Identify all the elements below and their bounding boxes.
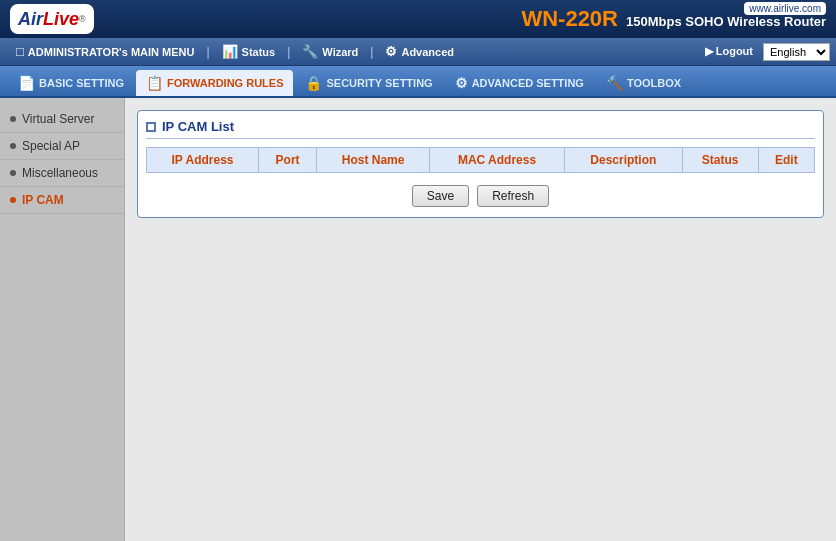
product-desc: 150Mbps SOHO Wireless Router	[626, 14, 826, 29]
col-port: Port	[259, 148, 317, 173]
logo-area: Air Live ®	[10, 4, 94, 34]
admin-icon: □	[16, 44, 24, 59]
lang-select-wrap: ▶ Logout English Chinese German French	[699, 43, 830, 61]
product-info: WN-220R 150Mbps SOHO Wireless Router	[521, 6, 826, 32]
col-mac-address: MAC Address	[430, 148, 565, 173]
advanced-icon: ⚙	[385, 44, 397, 59]
buttons-row: Save Refresh	[146, 181, 815, 209]
admin-menu-link[interactable]: □ ADMINISTRATOR's MAIN MENU	[6, 38, 204, 66]
wizard-icon: 🔧	[302, 44, 318, 59]
table-header-row: IP Address Port Host Name MAC Address De…	[147, 148, 815, 173]
tab-advanced[interactable]: ⚙ ADVANCED SETTING	[445, 70, 594, 96]
sidebar-bullet	[10, 170, 16, 176]
ipcam-title: IP CAM List	[146, 119, 815, 139]
status-link[interactable]: 📊 Status	[212, 38, 286, 66]
sidebar: Virtual Server Special AP Miscellaneous …	[0, 98, 125, 541]
sidebar-bullet-active	[10, 197, 16, 203]
col-host-name: Host Name	[317, 148, 430, 173]
col-ip-address: IP Address	[147, 148, 259, 173]
sidebar-item-ip-cam[interactable]: IP CAM	[0, 187, 124, 214]
logo-air-text: Air	[18, 9, 43, 30]
tab-security-icon: 🔒	[305, 75, 322, 91]
sidebar-bullet	[10, 116, 16, 122]
status-icon: 📊	[222, 44, 238, 59]
logo-box: Air Live ®	[10, 4, 94, 34]
header: Air Live ® www.airlive.com WN-220R 150Mb…	[0, 0, 836, 38]
col-description: Description	[565, 148, 683, 173]
tab-security[interactable]: 🔒 SECURITY SETTING	[295, 70, 442, 96]
language-select[interactable]: English Chinese German French	[763, 43, 830, 61]
refresh-button[interactable]: Refresh	[477, 185, 549, 207]
main-area: Virtual Server Special AP Miscellaneous …	[0, 98, 836, 541]
product-name: WN-220R	[521, 6, 618, 32]
tab-toolbox-icon: 🔨	[606, 75, 623, 91]
navbar: □ ADMINISTRATOR's MAIN MENU | 📊 Status |…	[0, 38, 836, 66]
tab-toolbox[interactable]: 🔨 TOOLBOX	[596, 70, 691, 96]
col-edit: Edit	[758, 148, 814, 173]
tab-basic[interactable]: 📄 BASIC SETTING	[8, 70, 134, 96]
sidebar-item-miscellaneous[interactable]: Miscellaneous	[0, 160, 124, 187]
wizard-link[interactable]: 🔧 Wizard	[292, 38, 368, 66]
sidebar-item-virtual-server[interactable]: Virtual Server	[0, 106, 124, 133]
tab-forwarding[interactable]: 📋 FORWARDING RULES	[136, 70, 294, 96]
tab-forwarding-icon: 📋	[146, 75, 163, 91]
col-status: Status	[682, 148, 758, 173]
ipcam-table: IP Address Port Host Name MAC Address De…	[146, 147, 815, 173]
ipcam-title-icon	[146, 122, 156, 132]
logo-tm: ®	[79, 14, 86, 24]
sidebar-bullet	[10, 143, 16, 149]
logout-button[interactable]: ▶ Logout	[699, 45, 759, 58]
ipcam-panel: IP CAM List IP Address Port Host Name MA…	[137, 110, 824, 218]
advanced-link[interactable]: ⚙ Advanced	[375, 38, 464, 66]
tabs-bar: 📄 BASIC SETTING 📋 FORWARDING RULES 🔒 SEC…	[0, 66, 836, 98]
logo-live-text: Live	[43, 9, 79, 30]
tab-basic-icon: 📄	[18, 75, 35, 91]
content-area: IP CAM List IP Address Port Host Name MA…	[125, 98, 836, 541]
tab-advanced-icon: ⚙	[455, 75, 468, 91]
sidebar-item-special-ap[interactable]: Special AP	[0, 133, 124, 160]
save-button[interactable]: Save	[412, 185, 469, 207]
